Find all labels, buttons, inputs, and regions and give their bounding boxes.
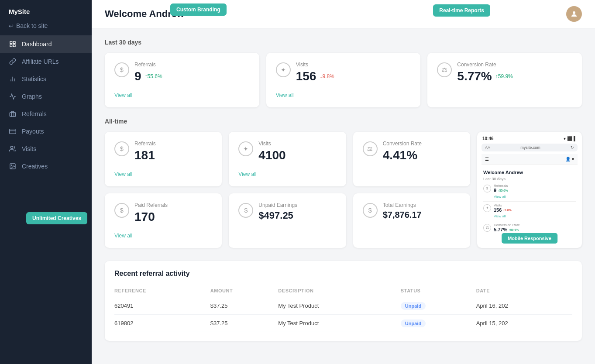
paid-referrals-value: 170: [134, 210, 168, 224]
cell-date: April 16, 202: [476, 297, 572, 315]
alltime-visits-card: ✦ Visits 4100 View all: [229, 132, 346, 186]
dashboard-icon: [9, 40, 17, 48]
cell-reference: 619802: [114, 315, 210, 332]
visits-value: 156 ↓9.8%: [296, 69, 334, 83]
recent-activity-title: Recent referral activity: [114, 270, 572, 278]
total-earnings-value: $7,876.17: [383, 210, 422, 220]
mobile-referrals-label: Referrals: [494, 184, 508, 188]
cell-description: My Test Product: [278, 297, 401, 315]
page-title: Welcome Andrew: [105, 8, 184, 20]
unpaid-earnings-card: $ Unpaid Earnings $497.25: [229, 193, 346, 248]
sidebar-nav: Dashboard Affiliate URLs Statistics Grap…: [0, 35, 92, 364]
paid-referrals-label: Paid Referrals: [134, 202, 168, 208]
total-earnings-card: $ Total Earnings $7,876.17: [353, 193, 470, 248]
referrals-view-all[interactable]: View all: [114, 92, 132, 98]
alltime-conversion-card: ⚖ Conversion Rate 4.41%: [353, 132, 470, 186]
last30days-title: Last 30 days: [105, 39, 582, 46]
alltime-conversion-icon: ⚖: [363, 141, 378, 156]
mobile-menu-icon: ☰: [485, 157, 489, 161]
sidebar-item-statistics-label: Statistics: [22, 76, 46, 82]
alltime-title: All-time: [105, 118, 582, 125]
sidebar-item-graphs-label: Graphs: [22, 93, 42, 100]
payouts-icon: [9, 127, 17, 135]
alltime-visits-icon: ✦: [238, 141, 253, 156]
sidebar-item-payouts[interactable]: Payouts: [0, 123, 92, 140]
last30days-cards: $ Referrals 9 ↑55.6% View all ✦: [105, 53, 582, 107]
visits-stat-icon: ✦: [276, 62, 291, 77]
col-description: DESCRIPTION: [278, 285, 401, 297]
mobile-view-all-1[interactable]: View all: [494, 195, 576, 199]
sidebar-item-graphs[interactable]: Graphs: [0, 88, 92, 105]
paid-referrals-card: $ Paid Referrals 170 View all: [105, 193, 222, 248]
alltime-visits-view-all[interactable]: View all: [238, 171, 256, 177]
alltime-referrals-label: Referrals: [134, 141, 156, 147]
paid-referrals-icon: $: [114, 203, 129, 218]
cell-status: Unpaid: [401, 297, 476, 315]
col-amount: AMOUNT: [210, 285, 279, 297]
sidebar-logo: MySite: [0, 0, 92, 20]
total-earnings-icon: $: [363, 203, 378, 218]
alltime-referrals-card: $ Referrals 181 View all: [105, 132, 222, 186]
unpaid-earnings-icon: $: [238, 203, 253, 218]
svg-rect-8: [10, 129, 16, 134]
conversion-value: 5.77% ↑59.9%: [457, 69, 512, 83]
unpaid-earnings-value: $497.25: [258, 210, 297, 221]
svg-rect-0: [10, 41, 12, 44]
sidebar-item-referrals[interactable]: Referrals: [0, 105, 92, 123]
visits-label: Visits: [296, 62, 334, 68]
mobile-url: mysite.com: [520, 145, 540, 150]
alltime-referrals-value: 181: [134, 148, 156, 162]
chart-icon: [9, 75, 17, 83]
sidebar-item-visits[interactable]: Visits: [0, 140, 92, 158]
dashboard-content: Last 30 days $ Referrals 9 ↑55.6% View a…: [92, 28, 595, 351]
recent-activity-section: Recent referral activity REFERENCE AMOUN…: [105, 261, 582, 341]
sidebar-item-creatives[interactable]: Creatives: [0, 158, 92, 175]
user-avatar[interactable]: [566, 6, 582, 22]
sidebar-item-referrals-label: Referrals: [22, 110, 47, 117]
last30-referrals-card: $ Referrals 9 ↑55.6% View all: [105, 53, 259, 107]
status-badge: Unpaid: [401, 302, 426, 310]
visits-view-all[interactable]: View all: [276, 92, 294, 98]
sidebar-item-dashboard[interactable]: Dashboard: [0, 35, 92, 53]
mobile-view-all-2[interactable]: View all: [494, 214, 576, 218]
alltime-conversion-label: Conversion Rate: [383, 141, 422, 147]
sidebar-item-creatives-label: Creatives: [22, 163, 48, 170]
alltime-visits-value: 4100: [258, 148, 285, 162]
mobile-welcome: Welcome Andrew: [483, 170, 576, 175]
sidebar-item-statistics[interactable]: Statistics: [0, 70, 92, 88]
conversion-stat-icon: ⚖: [437, 62, 452, 77]
sidebar-item-affiliate-urls-label: Affiliate URLs: [22, 58, 59, 65]
referrals-change: ↑55.6%: [145, 73, 162, 79]
svg-rect-3: [13, 45, 15, 47]
referrals-value: 9 ↑55.6%: [134, 69, 162, 83]
sidebar-item-visits-label: Visits: [22, 145, 36, 152]
mobile-preview: 10:46 ▾ ⬛ ▌ AA mysite.com ↻ ☰ 👤 ▾ Welcom…: [477, 132, 582, 248]
col-date: DATE: [476, 285, 572, 297]
cell-date: April 15, 202: [476, 315, 572, 332]
referrals-stat-icon: $: [114, 62, 129, 77]
referrals-icon: [9, 110, 17, 118]
mobile-responsive-badge[interactable]: Mobile Responsive: [502, 233, 557, 244]
sidebar-item-affiliate-urls[interactable]: Affiliate URLs: [0, 53, 92, 70]
graph-icon: [9, 93, 17, 100]
svg-rect-1: [13, 41, 15, 44]
mobile-referrals-icon: $: [483, 185, 491, 192]
last30-visits-card: ✦ Visits 156 ↓9.8% View all: [266, 53, 421, 107]
cell-amount: $37.25: [210, 297, 279, 315]
back-to-site-button[interactable]: ↩ Back to site: [0, 20, 92, 35]
paid-referrals-view-all[interactable]: View all: [114, 233, 132, 239]
mobile-time: 10:46: [482, 136, 494, 141]
realtime-reports-callout: Real-time Reports: [433, 4, 490, 17]
col-status: STATUS: [401, 285, 476, 297]
alltime-referrals-icon: $: [114, 141, 129, 156]
cell-amount: $37.25: [210, 315, 279, 332]
conversion-label: Conversion Rate: [457, 62, 512, 68]
sidebar: MySite ↩ Back to site Dashboard Affiliat…: [0, 0, 92, 364]
mobile-section: Last 30 days: [483, 177, 576, 181]
unpaid-earnings-label: Unpaid Earnings: [258, 202, 297, 208]
creatives-icon: [9, 162, 17, 170]
alltime-referrals-view-all[interactable]: View all: [114, 171, 132, 177]
alltime-visits-label: Visits: [258, 141, 285, 147]
cell-description: My Test Product: [278, 315, 401, 332]
unlimited-creatives-callout: Unlimited Creatives: [26, 212, 87, 224]
